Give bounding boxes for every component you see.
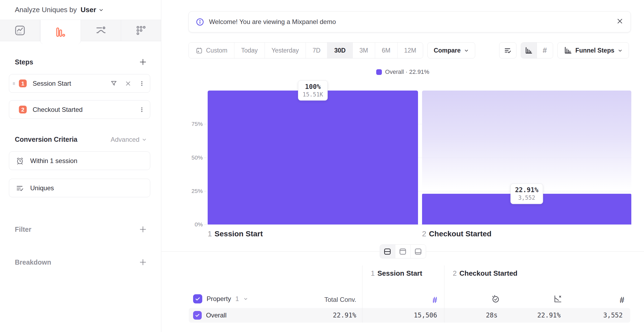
- date-range-3m[interactable]: 3M: [353, 43, 375, 58]
- step-name: Session Start: [215, 230, 263, 238]
- tab-flows[interactable]: [81, 20, 121, 41]
- date-range-today[interactable]: Today: [234, 43, 265, 58]
- y-tick-label: 25%: [191, 188, 203, 194]
- date-range-label: 30D: [334, 47, 345, 54]
- column-group-session-start: 1Session Start: [371, 269, 422, 278]
- hash-icon: #: [543, 46, 547, 55]
- steps-section-header: Steps: [9, 58, 150, 66]
- tooltip-count: 3,552: [515, 195, 539, 202]
- step2-count-header[interactable]: #: [568, 295, 624, 305]
- total-conv-value: 22.91%: [189, 308, 356, 323]
- date-range-label: Today: [241, 47, 258, 54]
- date-range-label: 6M: [382, 47, 390, 54]
- y-tick-label: 50%: [191, 154, 203, 161]
- tooltip-percent: 100%: [303, 83, 323, 91]
- layout-bottom-icon: [414, 247, 422, 256]
- funnels-icon: [54, 26, 66, 38]
- metric-list-button[interactable]: [499, 42, 516, 58]
- date-range-yesterday[interactable]: Yesterday: [265, 43, 306, 58]
- y-axis-labels: 75% 50% 25% 0%: [187, 91, 203, 224]
- y-tick-label: 75%: [191, 121, 203, 127]
- column-divider: [362, 265, 362, 323]
- flows-icon: [95, 25, 107, 36]
- tooltip-count: 15.51K: [303, 91, 323, 98]
- bar-chart-icon: [564, 46, 572, 55]
- tooltip-percent: 22.91%: [515, 186, 539, 194]
- chevron-down-icon: [142, 137, 147, 142]
- analyze-by-dropdown[interactable]: User: [81, 6, 104, 14]
- funnel-steps-label: Funnel Steps: [576, 47, 614, 54]
- layout-chart-button[interactable]: [395, 245, 411, 258]
- date-range-6m[interactable]: 6M: [375, 43, 398, 58]
- tooltip-session-start: 100% 15.51K: [298, 80, 328, 101]
- add-filter-button[interactable]: [139, 225, 147, 233]
- step-number-badge: 1: [19, 79, 27, 87]
- date-range-label: Custom: [206, 47, 227, 54]
- table-row-overall[interactable]: Overall 22.91% 15,506 28s 22.91% 3,552: [189, 308, 630, 323]
- funnel-steps-dropdown[interactable]: Funnel Steps: [557, 42, 629, 58]
- conversion-rate-header[interactable]: [506, 294, 562, 305]
- step2-count-value: 3,552: [568, 308, 623, 323]
- demo-banner: Welcome! You are viewing a Mixpanel demo: [189, 11, 631, 32]
- tab-retention[interactable]: [121, 20, 161, 41]
- step-label: Checkout Started: [33, 106, 83, 113]
- total-conv-header[interactable]: Total Conv.: [189, 296, 356, 303]
- legend-swatch: [376, 69, 382, 75]
- compare-button[interactable]: Compare: [427, 42, 475, 58]
- banner-close-button[interactable]: [616, 18, 624, 25]
- step1-count-header[interactable]: #: [362, 295, 437, 305]
- percent-view-toggle[interactable]: [521, 43, 537, 58]
- criteria-card-window[interactable]: Within 1 session: [9, 151, 150, 170]
- group-name: Checkout Started: [459, 269, 517, 277]
- chart-toolbar: Custom Today Yesterday 7D 30D 3M 6M 12M …: [189, 42, 629, 58]
- date-range-7d[interactable]: 7D: [306, 43, 327, 58]
- funnel-chart: 75% 50% 25% 0% 100% 15.51K 22.91% 3,552: [208, 91, 631, 224]
- analyze-by-label: Analyze Uniques by: [15, 6, 77, 14]
- step-name: Checkout Started: [429, 230, 492, 238]
- chart-legend: Overall · 22.91%: [162, 68, 644, 75]
- y-tick-mark: [204, 224, 207, 225]
- kebab-menu-icon[interactable]: [139, 80, 145, 87]
- tab-insights[interactable]: [0, 20, 40, 41]
- group-number: 1: [371, 269, 375, 277]
- criteria-card-counting[interactable]: Uniques: [9, 179, 150, 197]
- conversion-criteria-title: Conversion Criteria: [15, 136, 77, 143]
- advanced-dropdown[interactable]: Advanced: [111, 136, 147, 143]
- step-card-session-start[interactable]: 1 Session Start: [9, 74, 150, 93]
- time-to-convert-value: 28s: [444, 308, 498, 323]
- add-step-button[interactable]: [139, 58, 147, 66]
- report-type-tabs: [0, 20, 161, 41]
- step-label: Session Start: [33, 80, 71, 87]
- date-range-custom[interactable]: Custom: [189, 43, 234, 58]
- results-table: 1Session Start 2Checkout Started Propert…: [189, 265, 630, 323]
- funnel-bar-session-start[interactable]: [208, 91, 418, 224]
- drag-handle-icon[interactable]: [11, 81, 17, 87]
- step1-count-value: 15,506: [362, 308, 437, 323]
- time-to-convert-header[interactable]: [444, 294, 500, 305]
- step2-conv-value: 22.91%: [506, 308, 561, 323]
- step-card-checkout-started[interactable]: 2 Checkout Started: [9, 100, 150, 119]
- compare-label: Compare: [434, 47, 461, 54]
- layout-split-icon: [383, 247, 392, 256]
- number-view-toggle[interactable]: #: [537, 43, 553, 58]
- tab-funnels[interactable]: [40, 20, 81, 44]
- date-range-30d[interactable]: 30D: [327, 43, 352, 58]
- remove-step-icon[interactable]: [125, 80, 132, 87]
- criteria-label: Uniques: [30, 184, 54, 192]
- group-name: Session Start: [377, 269, 422, 277]
- kebab-menu-icon[interactable]: [139, 106, 145, 113]
- list-check-icon: [504, 46, 512, 54]
- filter-step-icon[interactable]: [110, 80, 118, 87]
- layout-table-button[interactable]: [411, 245, 426, 258]
- alarm-clock-icon: [16, 157, 24, 165]
- date-range-12m[interactable]: 12M: [398, 43, 423, 58]
- chevron-down-icon: [464, 48, 469, 53]
- list-check-icon: [16, 184, 24, 192]
- layout-split-button[interactable]: [380, 245, 395, 258]
- hash-icon: #: [620, 295, 624, 305]
- legend-label: Overall · 22.91%: [385, 68, 429, 75]
- plus-icon: [139, 58, 147, 66]
- add-breakdown-button[interactable]: [139, 258, 147, 266]
- date-range-label: 12M: [404, 47, 416, 54]
- funnel-column-checkout-started: [422, 91, 631, 224]
